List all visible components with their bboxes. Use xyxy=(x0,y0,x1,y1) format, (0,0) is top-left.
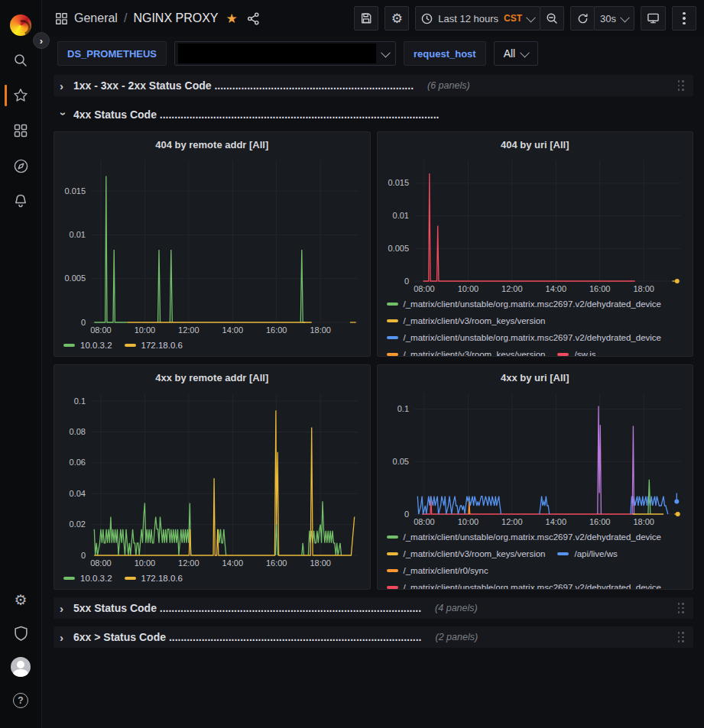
favorite-star-icon[interactable]: ★ xyxy=(226,11,238,27)
zoom-out-button[interactable] xyxy=(540,6,564,31)
timezone-label: CST xyxy=(504,13,522,24)
panel-row-2: 4xx by remote addr [All] 00.020.040.060.… xyxy=(54,364,693,590)
chart-svg: 00.0050.010.01508:0010:0012:0014:0016:00… xyxy=(60,154,364,336)
main-area: General / NGINX PROXY ★ ⚙ Last 12 hours … xyxy=(42,0,704,728)
row-drag-handle[interactable] xyxy=(678,80,685,91)
dashboard-toolbar: General / NGINX PROXY ★ ⚙ Last 12 hours … xyxy=(42,0,704,37)
legend-label: /api/live/ws xyxy=(574,545,617,562)
legend-item[interactable]: /_matrix/client/unstable/org.matrix.msc2… xyxy=(387,529,662,545)
refresh-interval-button[interactable]: 30s xyxy=(594,6,634,31)
sidebar-item-starred[interactable] xyxy=(0,78,42,113)
sidebar-item-server-admin[interactable] xyxy=(0,616,42,650)
legend-item[interactable]: /api/live/ws xyxy=(557,545,617,562)
legend-label: /_matrix/client/v3/room_keys/version xyxy=(404,312,546,329)
dashboard-settings-button[interactable]: ⚙ xyxy=(384,6,409,31)
svg-text:0.04: 0.04 xyxy=(70,489,86,498)
time-range-button[interactable]: Last 12 hours CST xyxy=(415,6,540,31)
svg-text:12:00: 12:00 xyxy=(501,284,523,293)
row-5xx[interactable]: › 5xx Status Code ......................… xyxy=(54,597,693,619)
share-icon[interactable] xyxy=(247,12,260,25)
legend-label: /_matrix/client/unstable/org.matrix.msc2… xyxy=(404,529,662,545)
sidebar-expand-button[interactable]: › xyxy=(33,32,50,49)
row-4xx[interactable]: › 4xx Status Code ......................… xyxy=(54,104,693,125)
panel-404-by-remote-addr: 404 by remote addr [All] 00.0050.010.015… xyxy=(54,131,371,357)
svg-text:10:00: 10:00 xyxy=(457,284,479,293)
legend-swatch xyxy=(387,552,398,555)
sidebar-item-search[interactable] xyxy=(0,43,42,78)
legend-item[interactable]: /_matrix/client/v3/room_keys/version xyxy=(387,545,546,562)
datasource-variable-select[interactable] xyxy=(174,41,396,66)
legend-swatch xyxy=(125,577,136,580)
timeseries-chart[interactable]: 00.0050.010.01508:0010:0012:0014:0016:00… xyxy=(60,154,364,336)
row-drag-handle[interactable] xyxy=(678,632,685,642)
legend-label: 172.18.0.6 xyxy=(141,570,183,587)
datasource-variable-label[interactable]: DS_PROMETHEUS xyxy=(57,41,167,66)
svg-text:12:00: 12:00 xyxy=(501,517,523,526)
svg-text:0.01: 0.01 xyxy=(70,230,86,239)
refresh-button[interactable] xyxy=(570,6,595,31)
svg-text:18:00: 18:00 xyxy=(633,284,654,293)
sidebar-item-help[interactable]: ? xyxy=(0,684,42,717)
sidebar-item-alerting[interactable] xyxy=(0,183,42,218)
request-host-variable-label[interactable]: request_host xyxy=(404,41,486,66)
legend-item[interactable]: /_matrix/client/v3/room_keys/version xyxy=(387,346,546,356)
panel-title[interactable]: 404 by uri [All] xyxy=(384,136,687,154)
svg-text:14:00: 14:00 xyxy=(545,517,566,526)
legend-swatch xyxy=(387,535,398,539)
row-title: 4xx Status Code ........................… xyxy=(73,108,439,121)
svg-text:08:00: 08:00 xyxy=(90,558,112,568)
shield-icon xyxy=(14,626,28,642)
svg-text:0.05: 0.05 xyxy=(392,457,408,466)
row-drag-handle[interactable] xyxy=(678,603,685,613)
timeseries-chart[interactable]: 00.020.040.060.080.108:0010:0012:0014:00… xyxy=(60,387,364,569)
breadcrumb-section[interactable]: General xyxy=(74,11,118,25)
legend-item[interactable]: /_matrix/client/v3/room_keys/version xyxy=(387,312,546,329)
svg-text:0.015: 0.015 xyxy=(64,186,86,196)
sidebar-item-explore[interactable] xyxy=(0,148,42,183)
svg-text:18:00: 18:00 xyxy=(310,558,331,568)
panel-title[interactable]: 4xx by uri [All] xyxy=(384,369,687,387)
request-host-variable-select[interactable]: All xyxy=(494,41,539,66)
sidebar-item-configuration[interactable]: ⚙ xyxy=(0,583,42,616)
grafana-logo-icon xyxy=(10,15,31,36)
search-icon xyxy=(13,53,28,68)
timeseries-chart[interactable]: 00.050.108:0010:0012:0014:0016:0018:00 xyxy=(384,387,687,528)
chevron-down-icon xyxy=(520,47,530,57)
dashboard-title[interactable]: NGINX PROXY xyxy=(133,11,218,25)
svg-text:18:00: 18:00 xyxy=(310,325,331,335)
svg-text:18:00: 18:00 xyxy=(633,517,654,526)
panel-4xx-by-uri: 4xx by uri [All] 00.050.108:0010:0012:00… xyxy=(377,364,694,590)
tv-mode-button[interactable] xyxy=(641,6,666,31)
svg-text:16:00: 16:00 xyxy=(589,284,610,293)
time-range-label: Last 12 hours xyxy=(438,13,498,24)
svg-text:14:00: 14:00 xyxy=(222,325,244,335)
legend-item[interactable]: 10.0.3.2 xyxy=(63,337,112,354)
save-dashboard-button[interactable] xyxy=(354,6,378,31)
chart-svg: 00.0050.010.01508:0010:0012:0014:0016:00… xyxy=(384,154,687,295)
legend-label: /_matrix/client/unstable/org.matrix.msc2… xyxy=(404,296,662,312)
panel-title[interactable]: 404 by remote addr [All] xyxy=(60,136,364,154)
legend-item[interactable]: /_matrix/client/unstable/org.matrix.msc2… xyxy=(387,296,662,312)
refresh-interval-label: 30s xyxy=(600,13,616,24)
legend-item[interactable]: /_matrix/client/r0/sync xyxy=(387,562,488,579)
legend-item[interactable]: 172.18.0.6 xyxy=(125,570,183,587)
row-title: 5xx Status Code ........................… xyxy=(73,602,421,614)
legend-item[interactable]: /sw.js xyxy=(557,346,595,356)
legend-item[interactable]: /_matrix/client/unstable/org.matrix.msc2… xyxy=(387,329,662,346)
row-1xx-3xx-2xx[interactable]: › 1xx - 3xx - 2xx Status Code ..........… xyxy=(54,75,693,96)
zoom-out-icon xyxy=(546,12,558,24)
sidebar-item-dashboards[interactable] xyxy=(0,113,42,148)
svg-text:14:00: 14:00 xyxy=(545,284,566,293)
legend-swatch xyxy=(63,344,75,347)
compass-icon xyxy=(13,158,29,174)
sidebar-item-profile[interactable] xyxy=(0,650,42,684)
more-options-button[interactable] xyxy=(672,6,696,31)
timeseries-chart[interactable]: 00.0050.010.01508:0010:0012:0014:0016:00… xyxy=(384,154,687,295)
panel-title[interactable]: 4xx by remote addr [All] xyxy=(60,369,364,387)
legend-item[interactable]: 10.0.3.2 xyxy=(63,570,112,587)
legend-label: 10.0.3.2 xyxy=(80,337,112,354)
row-6xx[interactable]: › 6xx > Status Code ....................… xyxy=(54,626,693,648)
legend-label: /_matrix/client/unstable/org.matrix.msc2… xyxy=(404,329,662,346)
legend-item[interactable]: /_matrix/client/unstable/org.matrix.msc2… xyxy=(387,579,662,589)
legend-item[interactable]: 172.18.0.6 xyxy=(125,337,183,354)
